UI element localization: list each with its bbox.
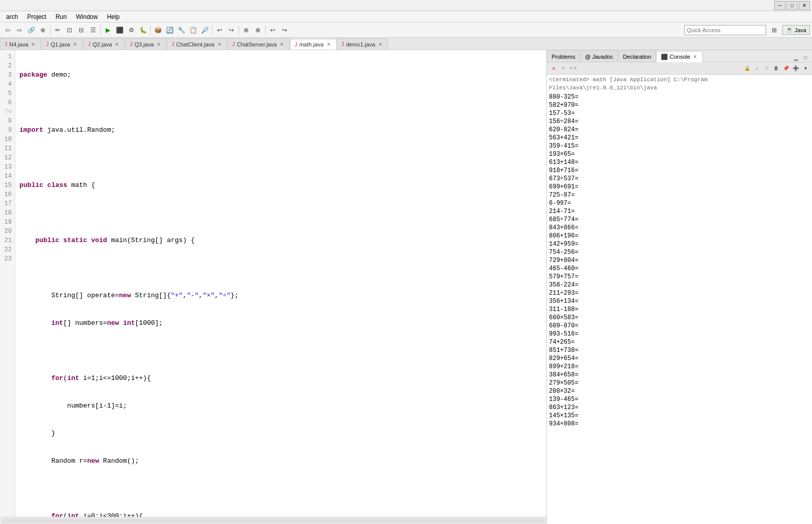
- editor-horizontal-scrollbar[interactable]: [0, 517, 546, 524]
- toolbar-btn-10[interactable]: ⚙: [126, 25, 137, 36]
- toolbar-btn-21[interactable]: ↩: [267, 25, 278, 36]
- toolbar-sep-1: [50, 25, 51, 35]
- panel-tab-console[interactable]: ⬛ Console ✕: [656, 51, 702, 62]
- tab-demo1[interactable]: J demo1.java ✕: [337, 38, 388, 50]
- toolbar-run-btn[interactable]: ▶: [102, 25, 113, 36]
- code-line-6: [19, 208, 542, 218]
- panel-tab-console-close[interactable]: ✕: [692, 54, 698, 60]
- menu-window[interactable]: Window: [72, 12, 102, 21]
- tab-label-q3: Q3.java: [134, 41, 154, 47]
- console-scroll-end-btn[interactable]: ↓: [752, 64, 761, 73]
- code-line-4: [19, 153, 542, 162]
- tab-q2[interactable]: J Q2.java ✕: [83, 38, 125, 50]
- console-settings-btn[interactable]: ▾: [801, 64, 810, 73]
- tab-close-q1[interactable]: ✕: [72, 41, 78, 47]
- java-perspective[interactable]: ☕ Java: [782, 25, 810, 35]
- console-line-35: 279×505=: [549, 379, 810, 387]
- menu-run[interactable]: Run: [52, 12, 71, 21]
- toolbar-btn-18[interactable]: ↪: [226, 25, 237, 36]
- toolbar-btn-14[interactable]: 🔧: [176, 25, 187, 36]
- console-scroll-start-btn[interactable]: ↑: [762, 64, 771, 73]
- console-line-32: 829+654=: [549, 354, 810, 363]
- panel-minimize-btn[interactable]: ▁: [792, 53, 801, 62]
- editor-tab-bar: J N4.java ✕ J Q1.java ✕ J Q2.java ✕ J Q3…: [0, 38, 812, 50]
- maximize-button[interactable]: □: [786, 1, 798, 10]
- line-num-17: 17: [2, 199, 12, 208]
- tab-close-chatclient[interactable]: ✕: [217, 41, 223, 47]
- toolbar-btn-20[interactable]: ⊗: [252, 25, 264, 36]
- menu-help[interactable]: Help: [103, 12, 124, 21]
- toolbar-btn-5[interactable]: ✏: [52, 25, 63, 36]
- console-pin-btn[interactable]: 📌: [781, 64, 791, 73]
- console-scroll-lock-btn[interactable]: 🔒: [743, 64, 752, 73]
- toolbar-btn-22[interactable]: ↪: [279, 25, 290, 36]
- toolbar-btn-19[interactable]: ⊕: [241, 25, 252, 36]
- title-bar: ─ □ ✕: [0, 0, 812, 11]
- panel-tab-bar: Problems @ Javadoc Declaration ⬛ Console…: [547, 50, 812, 62]
- toolbar-btn-11[interactable]: 🐛: [137, 25, 149, 36]
- toolbar-btn-7[interactable]: ⊟: [76, 25, 87, 36]
- toolbar-btn-8[interactable]: ☰: [87, 25, 99, 36]
- console-toolbar-left: ■ ✕ ✕✕: [549, 64, 578, 73]
- console-line-1: 582+970=: [549, 101, 810, 109]
- toolbar-btn-9[interactable]: ⬛: [114, 25, 125, 36]
- toolbar-btn-17[interactable]: ↩: [214, 25, 225, 36]
- menu-arch[interactable]: arch: [2, 12, 22, 21]
- console-content[interactable]: <terminated> math [Java Application] C:\…: [547, 75, 812, 524]
- console-line-36: 208×32=: [549, 387, 810, 395]
- panel-tab-declaration[interactable]: Declaration: [618, 51, 656, 62]
- tab-close-q2[interactable]: ✕: [114, 41, 120, 47]
- tab-q1[interactable]: J Q1.java ✕: [41, 38, 83, 50]
- menu-bar: arch Project Run Window Help: [0, 11, 812, 22]
- perspective-btn[interactable]: ⊞: [768, 25, 780, 36]
- editor-content[interactable]: 1 2 3 4 5 6 7⊖ 8 9 10 11 12 13 14 15 16 …: [0, 50, 546, 517]
- line-num-3: 3: [2, 70, 12, 80]
- toolbar-btn-12[interactable]: 📦: [152, 25, 163, 36]
- tab-close-demo1[interactable]: ✕: [377, 41, 384, 47]
- panel-tab-problems[interactable]: Problems: [547, 51, 580, 62]
- toolbar-btn-2[interactable]: ⇨: [14, 25, 25, 36]
- tab-chatserver[interactable]: J ChatServer.java ✕: [228, 38, 290, 50]
- code-line-14: }: [19, 429, 542, 438]
- tab-label-chatserver: ChatServer.java: [237, 41, 277, 47]
- menu-project[interactable]: Project: [23, 12, 50, 21]
- tab-math[interactable]: J math.java ✕: [290, 39, 337, 50]
- console-new-btn[interactable]: ➕: [791, 64, 800, 73]
- console-clear-btn[interactable]: 🗑: [772, 64, 781, 73]
- tab-close-chatserver[interactable]: ✕: [279, 41, 285, 47]
- tab-label-chatclient: ChatClient.java: [176, 41, 214, 47]
- panel-tab-javadoc[interactable]: @ Javadoc: [580, 51, 617, 62]
- tab-n4[interactable]: J N4.java ✕: [0, 38, 41, 50]
- tab-q3[interactable]: J Q3.java ✕: [125, 38, 166, 50]
- line-num-6: 6: [2, 98, 12, 107]
- tab-icon-demo1: J: [342, 41, 344, 47]
- panel-tab-javadoc-label: @ Javadoc: [585, 54, 613, 60]
- line-num-18: 18: [2, 208, 12, 218]
- toolbar-btn-15[interactable]: 📋: [187, 25, 199, 36]
- toolbar-btn-13[interactable]: 🔄: [164, 25, 175, 36]
- toolbar-btn-6[interactable]: ⊡: [64, 25, 75, 36]
- console-remove-all-btn[interactable]: ✕✕: [568, 64, 578, 73]
- console-line-8: 613+148=: [549, 158, 810, 166]
- tab-close-n4[interactable]: ✕: [30, 41, 36, 47]
- toolbar-btn-4[interactable]: ⊕: [37, 25, 49, 36]
- code-line-8: [19, 264, 542, 273]
- toolbar-btn-16[interactable]: 🔎: [199, 25, 210, 36]
- tab-close-math[interactable]: ✕: [326, 41, 332, 47]
- toolbar-btn-3[interactable]: 🔗: [26, 25, 37, 36]
- right-panel: Problems @ Javadoc Declaration ⬛ Console…: [546, 50, 812, 524]
- console-line-5: 563+421=: [549, 134, 810, 142]
- code-area[interactable]: package demo; import java.util.Random; p…: [15, 50, 546, 517]
- panel-maximize-btn[interactable]: □: [801, 53, 810, 62]
- console-line-25: 356+134=: [549, 297, 810, 305]
- console-remove-btn[interactable]: ✕: [559, 64, 568, 73]
- tab-close-q3[interactable]: ✕: [156, 41, 162, 47]
- tab-chatclient[interactable]: J ChatClient.java ✕: [167, 38, 227, 50]
- toolbar-sep-3: [150, 25, 151, 35]
- console-terminate-btn[interactable]: ■: [549, 64, 558, 73]
- close-button[interactable]: ✕: [799, 1, 810, 10]
- toolbar-btn-1[interactable]: ⇦: [2, 25, 13, 36]
- quick-access-input[interactable]: [684, 25, 766, 35]
- minimize-button[interactable]: ─: [774, 1, 785, 10]
- line-num-9: 9: [2, 126, 12, 135]
